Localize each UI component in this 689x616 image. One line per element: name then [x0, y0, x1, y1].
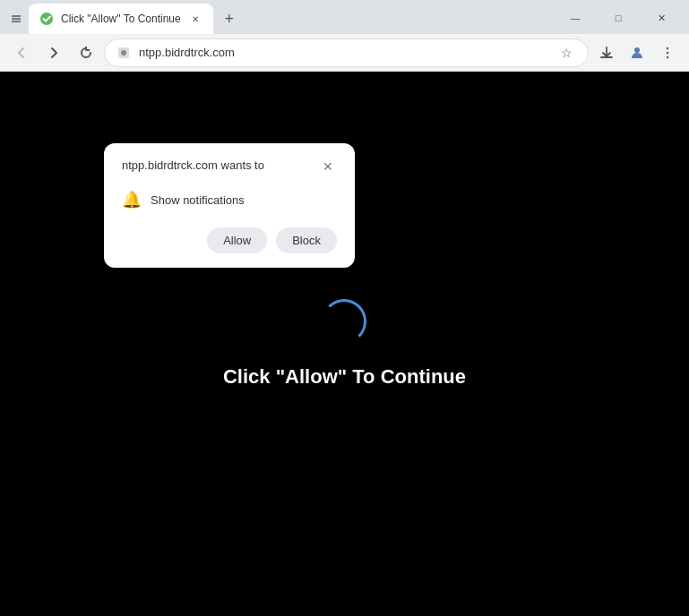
bell-icon: 🔔 [122, 190, 142, 210]
bookmark-star-icon[interactable]: ☆ [556, 42, 577, 64]
svg-point-4 [667, 47, 668, 48]
allow-button[interactable]: Allow [207, 227, 267, 253]
chrome-menu-button[interactable] [653, 38, 682, 67]
toolbar: ntpp.bidrdtrck.com ☆ [0, 34, 689, 72]
address-text: ntpp.bidrdtrck.com [139, 46, 548, 59]
tab-close-button[interactable]: ✕ [188, 12, 202, 26]
popup-header: ntpp.bidrdtrck.com wants to ✕ [122, 158, 337, 175]
site-security-icon [116, 45, 132, 61]
forward-button[interactable] [39, 38, 68, 67]
back-button[interactable] [7, 38, 36, 67]
popup-buttons: Allow Block [122, 227, 337, 253]
new-tab-button[interactable]: + [217, 6, 242, 31]
maximize-button[interactable]: □ [598, 5, 639, 30]
window-controls: — □ ✕ [555, 5, 682, 34]
svg-point-2 [121, 50, 126, 56]
close-button[interactable]: ✕ [641, 5, 682, 30]
page-message: Click "Allow" To Continue [223, 365, 466, 389]
svg-point-5 [667, 51, 668, 53]
minimize-button[interactable]: — [555, 5, 596, 30]
notification-popup: ntpp.bidrdtrck.com wants to ✕ 🔔 Show not… [104, 143, 355, 268]
loading-spinner [322, 299, 366, 344]
chrome-frame: Click "Allow" To Continue ✕ + — □ ✕ ntpp… [0, 0, 689, 616]
tab-list-button[interactable] [7, 6, 25, 31]
tab-favicon [39, 12, 54, 26]
svg-point-6 [667, 56, 668, 57]
active-tab[interactable]: Click "Allow" To Continue ✕ [29, 4, 213, 34]
popup-title: ntpp.bidrdtrck.com wants to [122, 158, 264, 174]
toolbar-right-icons [592, 38, 682, 67]
popup-close-button[interactable]: ✕ [319, 158, 337, 175]
tab-title: Click "Allow" To Continue [61, 13, 181, 25]
svg-point-3 [634, 47, 640, 53]
svg-point-0 [40, 13, 53, 25]
popup-permission-row: 🔔 Show notifications [122, 190, 337, 210]
download-button[interactable] [592, 38, 621, 67]
popup-site-name: ntpp.bidrdtrck.com [122, 158, 218, 172]
page-content: ntpp.bidrdtrck.com wants to ✕ 🔔 Show not… [0, 72, 689, 616]
loading-container: Click "Allow" To Continue [223, 299, 466, 389]
block-button[interactable]: Block [276, 227, 337, 253]
reload-button[interactable] [72, 38, 100, 67]
popup-wants-to: wants to [218, 158, 264, 172]
address-bar[interactable]: ntpp.bidrdtrck.com ☆ [104, 38, 589, 67]
profile-button[interactable] [623, 38, 651, 67]
tab-bar: Click "Allow" To Continue ✕ + — □ ✕ [0, 0, 689, 34]
permission-text: Show notifications [151, 193, 245, 207]
